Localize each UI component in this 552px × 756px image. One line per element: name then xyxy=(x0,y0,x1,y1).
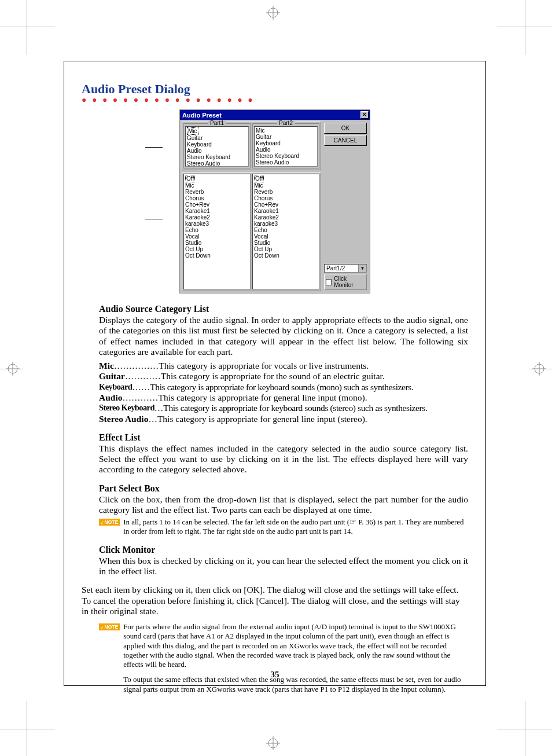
page-number: 35 xyxy=(64,670,485,680)
body-text: When this box is checked by clicking on … xyxy=(99,556,468,577)
ok-button[interactable]: OK xyxy=(324,123,367,134)
list-item[interactable]: Mic xyxy=(187,127,198,135)
definition-description: This category is appropriate for keyboar… xyxy=(150,382,468,392)
close-icon[interactable]: ✕ xyxy=(360,111,369,119)
list-item[interactable]: Karaoke2 xyxy=(185,214,249,221)
list-item[interactable]: Chorus xyxy=(185,195,249,201)
definition-description: This category is appropriate for keyboar… xyxy=(163,403,468,413)
definition-row: Guitar …………This category is appropriate … xyxy=(99,371,468,381)
crop-mark xyxy=(0,27,55,27)
leader-dots: … xyxy=(154,403,164,413)
definition-row: Audio …………This category is appropriate f… xyxy=(99,392,468,403)
section-heading: Click Monitor xyxy=(99,545,468,555)
decorative-dots: ● ● ● ● ● ● ● ● ● ● ● ● ● ● ● ● ● xyxy=(82,98,468,102)
leader-dots: … xyxy=(148,414,157,424)
list-item[interactable]: Mic xyxy=(254,182,318,189)
definition-label: Stereo Keyboard xyxy=(99,403,154,413)
definition-label: Mic xyxy=(99,361,114,371)
body-text: Displays the category of the audio signa… xyxy=(99,315,468,357)
list-item[interactable]: Oct Up xyxy=(254,246,318,252)
list-item[interactable]: Karaoke1 xyxy=(254,208,318,214)
body-text: This displays the effect names included … xyxy=(99,443,468,475)
definition-description: This category is appropriate for the sou… xyxy=(161,371,468,381)
definition-row: Keyboard ……This category is appropriate … xyxy=(99,382,468,392)
part2-label: Part2 xyxy=(277,120,295,126)
list-item[interactable]: Studio xyxy=(185,240,249,246)
list-item[interactable]: Oct Down xyxy=(185,252,249,259)
note-badge-icon: ♪NOTE xyxy=(99,623,120,630)
list-item[interactable]: Mic xyxy=(256,127,316,134)
click-monitor-checkbox[interactable]: Click Monitor xyxy=(324,274,367,290)
list-item[interactable]: Echo xyxy=(254,227,318,233)
note-text: For parts where the audio signal from th… xyxy=(123,622,468,694)
list-item[interactable]: Stereo Keyboard xyxy=(187,154,247,160)
registration-mark-icon xyxy=(266,736,280,750)
part1-effect-list[interactable]: Off Mic Reverb Chorus Cho+Rev Karaoke1 K… xyxy=(183,174,251,289)
page-frame: Audio Preset Dialog ● ● ● ● ● ● ● ● ● ● … xyxy=(64,61,486,686)
definition-row: Mic ……………This category is appropriate fo… xyxy=(99,361,468,371)
cancel-button[interactable]: CANCEL xyxy=(324,135,367,146)
list-item[interactable]: Off xyxy=(254,175,264,182)
part2-effect-list[interactable]: Off Mic Reverb Chorus Cho+Rev Karaoke1 K… xyxy=(252,174,319,289)
list-item[interactable]: Off xyxy=(185,175,195,182)
list-item[interactable]: Audio xyxy=(256,146,316,153)
list-item[interactable]: Echo xyxy=(185,227,249,233)
list-item[interactable]: Cho+Rev xyxy=(185,201,249,208)
list-item[interactable]: Guitar xyxy=(187,135,247,141)
list-item[interactable]: Karaoke2 xyxy=(254,214,318,221)
note-text: In all, parts 1 to 14 can be selected. T… xyxy=(123,518,468,537)
definition-row: Stereo Audio …This category is appropria… xyxy=(99,414,468,424)
list-item[interactable]: Stereo Keyboard xyxy=(256,153,316,159)
list-item[interactable]: Karaoke1 xyxy=(185,208,249,214)
list-item[interactable]: Stereo Audio xyxy=(187,160,247,167)
list-item[interactable]: Reverb xyxy=(254,189,318,195)
chevron-down-icon[interactable]: ▼ xyxy=(358,265,366,272)
list-item[interactable]: Keyboard xyxy=(187,141,247,148)
closing-paragraph: Set each item by clicking on it, then cl… xyxy=(82,585,468,616)
registration-mark-icon xyxy=(266,6,280,20)
definition-description: This category is appropriate for general… xyxy=(157,414,468,424)
checkbox-icon[interactable] xyxy=(326,279,332,285)
part1-label: Part1 xyxy=(208,120,226,126)
page: Audio Preset Dialog ● ● ● ● ● ● ● ● ● ● … xyxy=(0,0,552,756)
list-item[interactable]: Stereo Audio xyxy=(256,159,316,166)
crop-mark xyxy=(525,0,525,55)
body-text: Click on the box, then from the drop-dow… xyxy=(99,494,468,516)
section-heading: Part Select Box xyxy=(99,483,468,494)
part1-category-list[interactable]: Mic Guitar Keyboard Audio Stereo Keyboar… xyxy=(185,126,249,167)
list-item[interactable]: karaoke3 xyxy=(254,221,318,227)
part2-category-group: Part2 Mic Guitar Keyboard Audio Stereo K… xyxy=(252,123,319,168)
list-item[interactable]: Studio xyxy=(254,240,318,246)
definition-label: Keyboard xyxy=(99,382,132,392)
list-item[interactable]: Audio xyxy=(187,148,247,154)
crop-mark xyxy=(0,729,55,729)
section-heading: Effect List xyxy=(99,432,468,443)
leader-dots: …………… xyxy=(114,361,159,371)
click-monitor-label: Click Monitor xyxy=(334,276,365,288)
definition-label: Audio xyxy=(99,392,123,403)
note-badge-icon: ♪NOTE xyxy=(99,519,120,526)
callout-line xyxy=(145,219,163,219)
list-item[interactable]: Oct Up xyxy=(185,246,249,252)
list-item[interactable]: Mic xyxy=(185,182,249,189)
list-item[interactable]: Cho+Rev xyxy=(254,201,318,208)
list-item[interactable]: Vocal xyxy=(185,233,249,240)
part-select-value: Part1/2 xyxy=(325,265,358,272)
part-select-box[interactable]: Part1/2 ▼ xyxy=(324,264,367,273)
list-item[interactable]: karaoke3 xyxy=(185,221,249,227)
list-item[interactable]: Oct Down xyxy=(254,252,318,259)
callout-line xyxy=(145,147,163,148)
crop-mark xyxy=(529,369,552,369)
list-item[interactable]: Chorus xyxy=(254,195,318,201)
list-item[interactable]: Vocal xyxy=(254,233,318,240)
list-item[interactable]: Keyboard xyxy=(256,140,316,146)
dialog-titlebar[interactable]: Audio Preset ✕ xyxy=(180,110,370,120)
list-item[interactable]: Reverb xyxy=(185,189,249,195)
definition-description: This category is appropriate for vocals … xyxy=(159,361,468,371)
leader-dots: ………… xyxy=(123,392,159,403)
audio-preset-dialog: Audio Preset ✕ Part1 Mic xyxy=(179,109,370,293)
list-item[interactable]: Guitar xyxy=(256,134,316,140)
part1-category-group: Part1 Mic Guitar Keyboard Audio Stereo K… xyxy=(183,123,251,168)
part2-category-list[interactable]: Mic Guitar Keyboard Audio Stereo Keyboar… xyxy=(254,126,318,167)
category-definitions: Mic ……………This category is appropriate fo… xyxy=(99,361,468,424)
